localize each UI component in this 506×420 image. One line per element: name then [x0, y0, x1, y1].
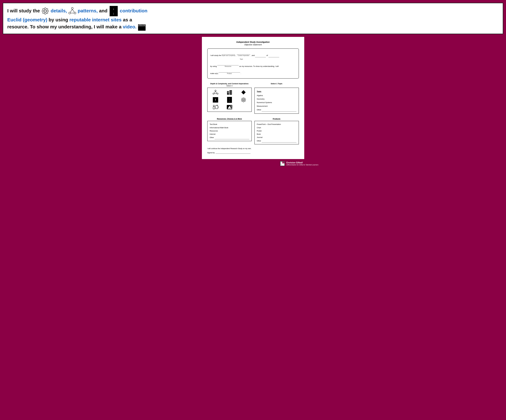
- icon-grid: ! ↓ ↓: [207, 88, 252, 112]
- resources-box: Text Book Informational Math Book Resour…: [207, 121, 252, 141]
- svg-rect-54: [215, 105, 218, 109]
- top-banner: I will study the: [3, 3, 503, 34]
- topic-numerical[interactable]: Numerical Systems: [257, 101, 296, 104]
- product-other-label: Other: [257, 139, 261, 142]
- product-poster[interactable]: Poster: [257, 129, 296, 133]
- signed-field[interactable]: [215, 152, 251, 154]
- resource-other-field[interactable]: [214, 136, 249, 139]
- topic-section: Select 1 Topic placeholder Topic Algebra…: [254, 83, 299, 114]
- envision-text: Envision Gifted! Differentiation for Gif…: [286, 162, 319, 166]
- pattern-icon: [68, 7, 76, 15]
- resource-other-label: Other: [210, 136, 214, 139]
- envision-logo: E G G Envision Gifted! Differentiation f…: [3, 161, 503, 166]
- svg-point-53: [213, 105, 214, 106]
- exclamation-box[interactable]: !: [213, 97, 218, 103]
- product-book[interactable]: Book: [257, 133, 296, 136]
- svg-point-26: [217, 93, 218, 94]
- svg-text:E: E: [280, 162, 281, 164]
- resource-resources[interactable]: Resources: [210, 129, 249, 133]
- depth-section: Depth & Complexity, and Content Imperati…: [207, 83, 252, 114]
- svg-rect-35: [228, 93, 229, 93]
- svg-line-28: [215, 91, 217, 93]
- resources-header: Resources- Choose 2 or More: [207, 118, 252, 120]
- nodes-icon[interactable]: [213, 90, 218, 95]
- signed-line: Signed by: [207, 152, 299, 154]
- patterns-word: patterns,: [78, 8, 98, 13]
- resource-textbook[interactable]: Text Book: [210, 123, 249, 126]
- arrows-down-box[interactable]: ↓ ↓: [227, 97, 232, 103]
- doc-title: Independent Study Investigation: [207, 41, 299, 43]
- by-using-text: by using: [49, 17, 68, 22]
- resources-products-section: Resources- Choose 2 or More Text Book In…: [207, 118, 299, 144]
- svg-rect-16: [138, 26, 146, 31]
- svg-rect-36: [230, 91, 231, 92]
- buildings-icon[interactable]: [226, 90, 233, 95]
- flower-icon: [41, 7, 49, 15]
- svg-text:G: G: [282, 162, 283, 163]
- footer-continue: I will continue the Independent Research…: [207, 148, 299, 149]
- signed-label: Signed by: [207, 152, 215, 154]
- topic-algebra[interactable]: Algebra: [257, 94, 296, 97]
- svg-rect-41: [231, 93, 232, 94]
- svg-point-11: [69, 12, 71, 14]
- flower-small-icon[interactable]: [241, 97, 246, 103]
- clapboard-icon: [138, 23, 146, 31]
- by-using-label: by using: [210, 65, 217, 67]
- video-word: video.: [123, 24, 137, 29]
- svg-line-14: [72, 9, 74, 12]
- svg-line-27: [214, 91, 215, 93]
- mountain-icon[interactable]: [226, 105, 233, 110]
- svg-marker-42: [241, 90, 246, 94]
- resources-col: Resources- Choose 2 or More Text Book In…: [207, 118, 252, 144]
- svg-point-10: [71, 7, 73, 9]
- topic-box: Topic Algebra Geometry Numerical Systems…: [254, 88, 299, 114]
- svg-rect-38: [230, 92, 231, 93]
- svg-point-58: [231, 105, 232, 107]
- resource-mathbook[interactable]: Informational Math Book: [210, 126, 249, 129]
- topic-label: Topic: [257, 90, 296, 93]
- details-word: details,: [51, 8, 67, 13]
- diamond-icon[interactable]: [241, 90, 246, 95]
- content-label: Content Imperative: [237, 54, 250, 57]
- topic-other-field[interactable]: [262, 108, 296, 112]
- as-a-text: as a: [123, 17, 132, 22]
- arrows-down-icon[interactable]: ↓ ↓: [227, 97, 232, 103]
- svg-rect-39: [231, 92, 232, 93]
- resources-label: Resources: [217, 65, 239, 68]
- euclid-text: Euclid (geometry): [7, 17, 47, 22]
- topic-geometry[interactable]: Geometry: [257, 97, 296, 101]
- product-powerpoint[interactable]: PowerPoint – Oral Presentation: [257, 123, 296, 126]
- depth-sub: Select 3: [207, 85, 252, 87]
- resource-type-text: reputable internet sites: [69, 17, 121, 22]
- depth-label: Depth and Complexity: [222, 54, 235, 57]
- product-chart[interactable]: Chart: [257, 126, 296, 129]
- svg-point-24: [215, 90, 216, 91]
- products-col: Products PowerPoint – Oral Presentation …: [254, 118, 299, 144]
- svg-rect-32: [227, 92, 228, 92]
- svg-point-25: [213, 93, 214, 94]
- product-journal[interactable]: Journal: [257, 136, 296, 139]
- svg-rect-37: [231, 91, 232, 92]
- topic-other-label: Other: [257, 108, 261, 112]
- obj-prefix: I will study the: [210, 54, 222, 56]
- objective-box: I will study the Depth and Complexity , …: [207, 48, 299, 79]
- banner-prefix: I will study the: [7, 8, 40, 13]
- product-other-field[interactable]: [262, 139, 296, 142]
- svg-text:G: G: [280, 164, 281, 165]
- svg-point-12: [74, 12, 76, 14]
- product-label: Product: [219, 72, 240, 75]
- doc-subtitle: Objective Statement: [207, 44, 299, 46]
- envision-sub: Differentiation for Gifted & Talented Le…: [286, 164, 319, 166]
- main-document: Independent Study Investigation Objectiv…: [202, 37, 304, 159]
- contribution-word: contribution: [120, 8, 147, 13]
- puzzle-icon[interactable]: [213, 105, 219, 110]
- exclamation-icon[interactable]: !: [213, 97, 218, 103]
- topic-other-line: Other: [257, 108, 296, 112]
- topic-section-header: Select 1 Topic: [254, 83, 299, 85]
- depth-header: Depth & Complexity, and Content Imperati…: [207, 83, 252, 85]
- svg-rect-40: [230, 93, 231, 94]
- resource-internet[interactable]: Internet: [210, 133, 249, 136]
- topic-measurement[interactable]: Measurement: [257, 104, 296, 108]
- envision-main: Envision Gifted!: [286, 162, 319, 164]
- eg-badge: E G G: [280, 161, 285, 166]
